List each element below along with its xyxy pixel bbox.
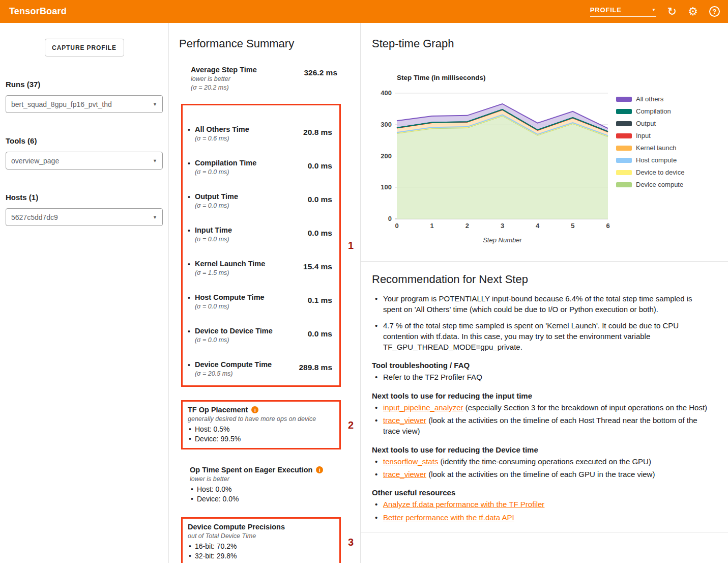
tools-select-value: overview_page — [11, 157, 59, 165]
legend-label: Host compute — [636, 156, 677, 164]
list-item: 16-bit: 70.2% — [188, 542, 332, 551]
bullet: • — [188, 360, 190, 377]
x-axis-label: Step Number — [483, 236, 522, 244]
legend-label: Device compute — [636, 181, 683, 188]
legend-label: Output — [636, 120, 656, 127]
info-icon[interactable]: i — [316, 466, 323, 473]
metric-sigma: (σ = 0.0 ms) — [195, 236, 232, 243]
tf-op-placement-title: TF Op Placement i — [188, 406, 332, 414]
legend-item: All others — [616, 95, 684, 103]
legend-swatch — [616, 158, 632, 163]
capture-profile-button[interactable]: CAPTURE PROFILE — [45, 39, 124, 57]
chevron-down-icon: ▼ — [652, 8, 656, 12]
metric-sigma: (σ = 20.2 ms) — [191, 84, 257, 91]
metric-label: Output Time — [195, 192, 238, 201]
input-tools-heading: Next tools to use for reducing the input… — [372, 391, 713, 400]
legend-swatch — [616, 97, 632, 102]
runs-select-value: bert_squad_8gpu_fp16_pvt_thd — [11, 100, 112, 108]
metric-sigma: (σ = 0.0 ms) — [195, 336, 273, 344]
x-tick-label: 0 — [395, 222, 398, 230]
eager-execution-note: lower is better — [190, 475, 342, 483]
metric-value: 15.4 ms — [303, 262, 332, 271]
dashboard-selector[interactable]: PROFILE ▼ — [590, 6, 656, 17]
input-tools-list: input_pipeline_analyzer (especially Sect… — [373, 402, 713, 437]
tools-select[interactable]: overview_page ▼ — [6, 152, 163, 170]
x-tick-label: 6 — [606, 222, 609, 230]
y-tick-label: 0 — [388, 215, 392, 222]
x-tick-label: 3 — [501, 222, 504, 230]
metric-sigma: (σ = 0.6 ms) — [195, 135, 249, 142]
bullet: • — [188, 192, 190, 209]
metric-value: 0.1 ms — [308, 296, 332, 305]
hosts-label: Hosts (1) — [6, 193, 168, 202]
step-time-panel: Step-time Graph 01002003004000123456Step… — [361, 23, 728, 563]
item-text: (look at the activities on the timeline … — [383, 416, 697, 435]
metric-row: • Output Time (σ = 0.0 ms) 0.0 ms — [188, 192, 332, 209]
metric-row: • All Others Time (σ = 0.6 ms) 20.8 ms — [188, 125, 332, 142]
device-tools-heading: Next tools to use for reducing the Devic… — [372, 445, 713, 454]
resource-link[interactable]: Analyze tf.data performance with the TF … — [383, 500, 544, 509]
bullet: • — [188, 260, 190, 276]
metric-sigma: (σ = 0.0 ms) — [195, 202, 238, 209]
list-item: Host: 0.5% — [188, 425, 332, 434]
performance-summary-panel: Performance Summary Average Step Time lo… — [169, 23, 361, 563]
legend-item: Compilation — [616, 107, 684, 115]
metric-label: Device Compute Time — [195, 360, 272, 369]
device-tools-list: tensorflow_stats (identify the time-cons… — [373, 456, 713, 480]
resource-link[interactable]: Better performance with the tf.data API — [383, 513, 514, 522]
chart-block: 01002003004000123456Step Time (in millis… — [372, 68, 713, 246]
average-step-time-row: Average Step Time lower is better (σ = 2… — [191, 66, 337, 91]
chart-legend: All othersCompilationOutputInputKernel l… — [616, 95, 684, 246]
metric-row: • Compilation Time (σ = 0.0 ms) 0.0 ms — [188, 159, 332, 176]
metric-note: lower is better — [191, 75, 257, 82]
runs-select[interactable]: bert_squad_8gpu_fp16_pvt_thd ▼ — [6, 95, 163, 113]
list-item: Better performance with the tf.data API — [373, 512, 713, 523]
recommendation-bullets: Your program is POTENTIALLY input-bound … — [373, 293, 713, 352]
chevron-down-icon: ▼ — [153, 215, 157, 220]
app-title: TensorBoard — [9, 6, 67, 17]
y-tick-label: 400 — [381, 89, 392, 97]
metric-row: • Input Time (σ = 0.0 ms) 0.0 ms — [188, 226, 332, 243]
y-tick-label: 200 — [381, 152, 392, 160]
metric-label: Input Time — [195, 226, 232, 234]
metric-row: • Device Compute Time (σ = 20.5 ms) 289.… — [188, 360, 332, 377]
device-precisions-list: 16-bit: 70.2% 32-bit: 29.8% — [188, 542, 332, 561]
list-item: input_pipeline_analyzer (especially Sect… — [373, 402, 713, 413]
item-text: (identify the time-consuming operations … — [438, 457, 651, 466]
tool-link[interactable]: trace_viewer — [383, 416, 426, 425]
chevron-down-icon: ▼ — [153, 102, 157, 107]
eager-execution-section: Op Time Spent on Eager Execution i lower… — [190, 466, 342, 504]
metric-value: 289.8 ms — [299, 363, 333, 372]
faq-list: Refer to the TF2 Profiler FAQ — [373, 372, 713, 382]
tool-link[interactable]: trace_viewer — [383, 470, 426, 478]
metric-label: Host Compute Time — [195, 293, 265, 301]
resources-list: Analyze tf.data performance with the TF … — [373, 499, 713, 523]
list-item: Device: 0.0% — [190, 494, 342, 504]
legend-swatch — [616, 133, 632, 138]
metric-sigma: (σ = 20.5 ms) — [195, 370, 272, 377]
area-device-compute — [397, 116, 608, 219]
help-icon[interactable]: ? — [709, 6, 720, 17]
step-breakdown-annotation-box: 1 • All Others Time (σ = 0.6 ms) 20.8 ms… — [181, 104, 341, 387]
list-item: tensorflow_stats (identify the time-cons… — [373, 456, 713, 467]
metric-value: 20.8 ms — [303, 128, 332, 137]
tf-op-placement-list: Host: 0.5% Device: 99.5% — [188, 425, 332, 444]
tf-op-placement-note: generally desired to have more ops on de… — [188, 415, 332, 423]
chart-title: Step Time (in milliseconds) — [397, 74, 486, 81]
tool-link[interactable]: tensorflow_stats — [383, 457, 438, 466]
legend-label: Input — [636, 132, 651, 139]
tool-link[interactable]: input_pipeline_analyzer — [383, 403, 463, 412]
legend-label: Kernel launch — [636, 144, 677, 152]
metric-row: • Device to Device Time (σ = 0.0 ms) 0.0… — [188, 327, 332, 344]
metric-value: 326.2 ms — [304, 68, 338, 77]
bottom-divider — [361, 532, 728, 532]
hosts-select[interactable]: 5627c5dd7dc9 ▼ — [6, 208, 163, 226]
list-item: 32-bit: 29.8% — [188, 551, 332, 561]
legend-swatch — [616, 146, 632, 151]
reload-icon[interactable]: ↻ — [667, 6, 677, 17]
list-item: trace_viewer (look at the activities on … — [373, 469, 713, 480]
info-icon[interactable]: i — [251, 406, 258, 413]
legend-swatch — [616, 170, 632, 175]
list-item: trace_viewer (look at the activities on … — [373, 415, 713, 437]
settings-gear-icon[interactable]: ⚙ — [688, 6, 698, 17]
